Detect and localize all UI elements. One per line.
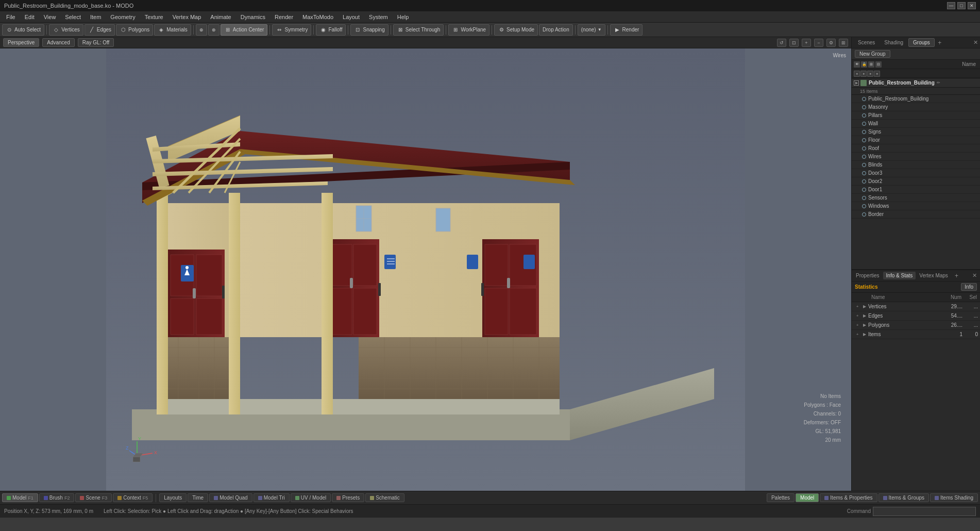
vertices-button[interactable]: ◇ Vertices	[49, 24, 83, 36]
tab-scenes[interactable]: Scenes	[854, 39, 879, 46]
menu-geometry[interactable]: Geometry	[106, 13, 139, 21]
perspective-tab[interactable]: Perspective	[3, 38, 39, 47]
command-input[interactable]	[873, 507, 976, 516]
tree-item-wires[interactable]: Wires	[852, 153, 980, 161]
drop-action-button[interactable]: Drop Action	[539, 24, 573, 36]
expand-vertices-button[interactable]: +	[854, 303, 861, 310]
new-group-button[interactable]: New Group	[855, 50, 890, 58]
tree-item-pillars[interactable]: Pillars	[852, 111, 980, 120]
edges-button[interactable]: ╱ Edges	[85, 24, 115, 36]
tab-groups[interactable]: Groups	[908, 38, 935, 47]
viewport-zoom-in-button[interactable]: +	[802, 39, 811, 47]
maximize-button[interactable]: □	[957, 2, 966, 9]
sym-sphere-1[interactable]: ⊕	[196, 24, 207, 36]
lock-icon[interactable]: 🔒	[861, 61, 867, 68]
tree-item-floor[interactable]: Floor	[852, 136, 980, 144]
time-button[interactable]: Time	[188, 493, 208, 502]
menu-render[interactable]: Render	[271, 13, 297, 21]
workplane-button[interactable]: ⊞ WorkPlane	[448, 24, 489, 36]
uv-model-button[interactable]: UV / Model	[291, 493, 331, 502]
menu-vertex-map[interactable]: Vertex Map	[168, 13, 206, 21]
expand-edges-button[interactable]: +	[854, 312, 861, 320]
props-close-button[interactable]: ✕	[970, 272, 979, 279]
menu-item[interactable]: Item	[86, 13, 105, 21]
tree-item-sensors[interactable]: Sensors	[852, 194, 980, 202]
falloff-button[interactable]: ◉ Falloff	[316, 24, 346, 36]
select-through-button[interactable]: ⊠ Select Through	[393, 24, 444, 36]
menu-edit[interactable]: Edit	[21, 13, 39, 21]
close-button[interactable]: ✕	[968, 2, 976, 9]
tab-context[interactable]: Context F5	[113, 493, 153, 502]
viewport-zoom-out-button[interactable]: −	[814, 39, 823, 47]
viewport[interactable]: Perspective Advanced Ray GL: Off ↺ ⊡ + −…	[0, 37, 851, 491]
props-tab-add[interactable]: +	[953, 272, 960, 279]
tab-properties[interactable]: Properties	[853, 272, 883, 279]
expand-icon[interactable]: ⊞	[868, 61, 874, 68]
tree-item-border[interactable]: Border	[852, 210, 980, 219]
tri-items-button[interactable]: ▶	[861, 331, 868, 338]
sym-sphere-2[interactable]: ⊗	[208, 24, 219, 36]
minimize-button[interactable]: —	[947, 2, 955, 9]
tree-item-roof[interactable]: Roof	[852, 144, 980, 153]
palettes-button[interactable]: Palettes	[767, 493, 795, 502]
schematic-button[interactable]: Schematic	[365, 493, 404, 502]
tree-item-door3[interactable]: Door3	[852, 169, 980, 177]
tab-model[interactable]: Model F1	[2, 493, 38, 502]
tab-brush[interactable]: Brush F2	[39, 493, 75, 502]
tri-edges-button[interactable]: ▶	[861, 312, 868, 320]
none-dropdown[interactable]: (none) ▼	[578, 24, 605, 36]
materials-button[interactable]: ◈ Materials	[154, 24, 191, 36]
viewport-settings-button[interactable]: ⚙	[826, 39, 836, 47]
viewport-layout-button[interactable]: ⊞	[839, 39, 848, 47]
tree-item-signs[interactable]: Signs	[852, 128, 980, 136]
ray-gl-tab[interactable]: Ray GL: Off	[78, 38, 114, 47]
tab-scene[interactable]: Scene F3	[75, 493, 112, 502]
items-shading-button[interactable]: Items Shading	[930, 493, 978, 502]
tab-shading[interactable]: Shading	[880, 39, 907, 46]
model-tri-button[interactable]: Model Tri	[254, 493, 290, 502]
symmetry-button[interactable]: ⇔ Symmetry	[272, 24, 311, 36]
viewport-fit-button[interactable]: ⊡	[789, 39, 799, 47]
menu-dynamics[interactable]: Dynamics	[236, 13, 269, 21]
items-properties-button[interactable]: Items & Properties	[820, 493, 877, 502]
viewport-refresh-button[interactable]: ↺	[777, 39, 786, 47]
tree-item-door2[interactable]: Door2	[852, 177, 980, 186]
polygons-button[interactable]: ⬡ Polygons	[116, 24, 153, 36]
menu-texture[interactable]: Texture	[141, 13, 167, 21]
menu-view[interactable]: View	[40, 13, 60, 21]
auto-select-button[interactable]: ⊙ Auto Select	[2, 24, 44, 36]
menu-animate[interactable]: Animate	[206, 13, 235, 21]
menu-help[interactable]: Help	[393, 13, 413, 21]
menu-layout[interactable]: Layout	[339, 13, 364, 21]
menu-file[interactable]: File	[2, 13, 20, 21]
presets-button[interactable]: Presets	[332, 493, 364, 502]
subheader-geo-icon[interactable]: ●	[874, 71, 880, 77]
tree-item-masonry[interactable]: Masonry	[852, 103, 980, 111]
info-tab-button[interactable]: Info	[961, 283, 977, 291]
layouts-button[interactable]: Layouts	[159, 493, 187, 502]
tri-vertices-button[interactable]: ▶	[861, 303, 868, 310]
subheader-lock-icon[interactable]: ●	[860, 71, 867, 77]
menu-maxtomodo[interactable]: MaxToModo	[298, 13, 337, 21]
tree-root[interactable]: ▶ Public_Restroom_Building ✏	[852, 78, 980, 88]
tab-vertex-maps[interactable]: Vertex Maps	[916, 272, 951, 279]
tree-item-windows[interactable]: Windows	[852, 202, 980, 210]
root-expand-icon[interactable]: ▶	[854, 80, 859, 86]
tab-info-stats[interactable]: Info & Stats	[883, 272, 916, 279]
setup-mode-button[interactable]: ⚙ Setup Mode	[494, 24, 538, 36]
render-button[interactable]: ▶ Render	[610, 24, 643, 36]
add-tab-button[interactable]: +	[936, 39, 944, 47]
tree-item-door1[interactable]: Door1	[852, 186, 980, 194]
subheader-eye-icon[interactable]: ●	[854, 71, 860, 77]
expand-polygons-button[interactable]: +	[854, 322, 861, 329]
advanced-tab[interactable]: Advanced	[42, 38, 74, 47]
collapse-icon[interactable]: ⊟	[875, 61, 882, 68]
tree-item-public-restroom[interactable]: Public_Restroom_Building	[852, 95, 980, 103]
action-center-button[interactable]: ⊞ Action Center	[221, 24, 268, 36]
tree-item-wall[interactable]: Wall	[852, 120, 980, 128]
tri-polygons-button[interactable]: ▶	[861, 322, 868, 329]
menu-system[interactable]: System	[365, 13, 392, 21]
model-active-button[interactable]: Model	[796, 493, 819, 502]
model-quad-button[interactable]: Model Quad	[209, 493, 252, 502]
items-groups-button[interactable]: Items & Groups	[878, 493, 929, 502]
